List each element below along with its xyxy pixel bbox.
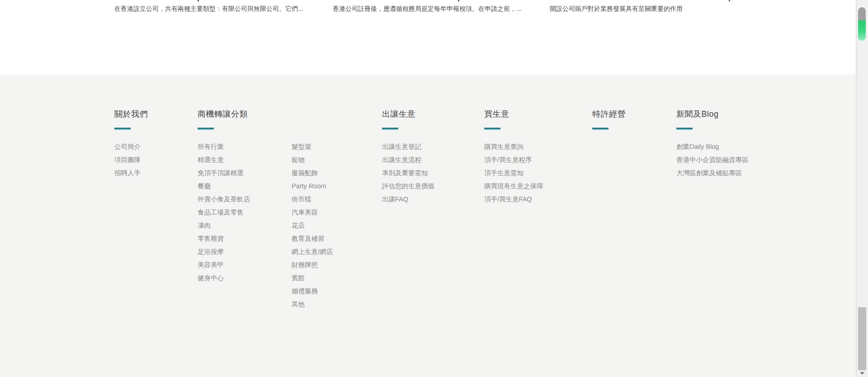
footer-link[interactable]: 公司簡介 [114,143,141,150]
footer-link-lists: 出讓生意登記出讓生意流程準則及重要需知評估您的生意價值出讓FAQ [382,129,476,206]
footer-link-lists: 創業Daily Blog香港中小企資助融資專區大灣區創業及補貼專區 [676,129,770,180]
footer-link-item: 外賣小食及茶飲店 [198,193,292,206]
footer-link[interactable]: 零售雜貨 [198,235,224,242]
footer-link-item: 食品工場及零售 [198,206,292,219]
footer-link-item: 零售雜貨 [198,232,292,245]
footer-link[interactable]: 凍肉 [198,222,211,229]
footer-link-item: 足浴按摩 [198,245,292,258]
footer-link-item: 街市檔 [292,193,386,206]
footer-link[interactable]: 頂手生意需知 [484,169,524,177]
site-footer: 關於我們公司簡介項目團隊招聘人手商機轉讓分類所有行業精選生意免頂手頂讓精選餐廳外… [0,74,856,377]
footer-link-item: 出讓生意登記 [382,140,476,153]
footer-link[interactable]: 評估您的生意價值 [382,182,434,190]
scrollbar-down-arrow-icon[interactable] [860,372,864,375]
footer-link[interactable]: 花店 [292,222,305,229]
footer-link-item: 創業Daily Blog [676,140,770,153]
heading-underline [592,128,609,129]
footer-link[interactable]: 外賣小食及茶飲店 [198,196,250,203]
footer-link-item: 項目團隊 [114,153,208,167]
footer-link[interactable]: 出讓生意流程 [382,156,421,163]
footer-link[interactable]: 服裝配飾 [292,169,318,177]
footer-link-item: 所有行業 [198,140,292,153]
footer-link[interactable]: 教育及補習 [292,235,325,242]
footer-link-item: 香港中小企資助融資專區 [676,153,770,167]
footer-link[interactable]: 健身中心 [198,274,224,282]
footer-link[interactable]: 頂手/買生意程序 [484,156,532,163]
footer-link[interactable]: 美容美甲 [198,261,224,268]
footer-column-buy-business: 買生意購買生意查詢頂手/買生意程序頂手生意需知購買現有生意之保障頂手/買生意FA… [484,108,578,206]
footer-link[interactable]: 其他 [292,301,305,308]
footer-column-categories: 商機轉讓分類所有行業精選生意免頂手頂讓精選餐廳外賣小食及茶飲店食品工場及零售凍肉… [198,108,386,311]
scrollbar-track [856,0,868,377]
scrollbar-thumb[interactable] [858,307,866,370]
footer-link[interactable]: 創業Daily Blog [676,143,719,150]
footer-link[interactable]: 汽車美容 [292,209,318,216]
footer-link-item: 美容美甲 [198,258,292,272]
footer-link[interactable]: 香港中小企資助融資專區 [676,156,749,163]
footer-link[interactable]: 頂手/買生意FAQ [484,196,532,203]
footer-link-item: Party Room [292,180,386,193]
footer-column-heading: 出讓生意 [382,108,476,120]
footer-link[interactable]: 招聘人手 [114,169,141,177]
footer-link-list: 出讓生意登記出讓生意流程準則及重要需知評估您的生意價值出讓FAQ [382,140,476,206]
footer-link-item: 教育及補習 [292,232,386,245]
footer-link-item: 出讓生意流程 [382,153,476,167]
footer-link-item: 汽車美容 [292,206,386,219]
footer-column-heading: 新聞及Blog [676,108,770,120]
footer-link-item: 大灣區創業及補貼專區 [676,167,770,180]
footer-inner: 關於我們公司簡介項目團隊招聘人手商機轉讓分類所有行業精選生意免頂手頂讓精選餐廳外… [114,74,747,377]
footer-link[interactable]: 購買生意查詢 [484,143,524,150]
footer-link[interactable]: 寵物 [292,156,305,163]
footer-link[interactable]: 項目團隊 [114,156,141,163]
footer-link[interactable]: 出讓生意登記 [382,143,421,150]
footer-link[interactable]: 購買現有生意之保障 [484,182,543,190]
footer-link[interactable]: 財務牌照 [292,261,318,268]
footer-link-item: 網上生意/網店 [292,245,386,258]
footer-link-item: 頂手生意需知 [484,167,578,180]
footer-link[interactable]: 足浴按摩 [198,248,224,255]
footer-column-heading: 關於我們 [114,108,208,120]
footer-link[interactable]: 賓館 [292,274,305,282]
footer-link-item: 免頂手頂讓精選 [198,167,292,180]
blog-card-excerpt: 在香港設立公司，共有兩種主要類型：有限公司與無限公司。它們... [114,4,303,14]
footer-link-item: 財務牌照 [292,258,386,272]
footer-link-list: 髮型屋寵物服裝配飾Party Room街市檔汽車美容花店教育及補習網上生意/網店… [292,140,386,311]
footer-link-item: 精選生意 [198,153,292,167]
footer-link[interactable]: 精選生意 [198,156,224,163]
footer-link-item: 髮型屋 [292,140,386,153]
footer-column-sell-business: 出讓生意出讓生意登記出讓生意流程準則及重要需知評估您的生意價值出讓FAQ [382,108,476,206]
footer-link[interactable]: 髮型屋 [292,143,311,150]
footer-link-item: 出讓FAQ [382,193,476,206]
footer-link-list: 所有行業精選生意免頂手頂讓精選餐廳外賣小食及茶飲店食品工場及零售凍肉零售雜貨足浴… [198,140,292,311]
blog-card-excerpt: 香港公司註冊後，應遵循稅務局規定每年申報稅項。在申請之前，... [333,4,522,14]
footer-link-item: 寵物 [292,153,386,167]
footer-link[interactable]: 食品工場及零售 [198,209,244,216]
footer-link-list: 創業Daily Blog香港中小企資助融資專區大灣區創業及補貼專區 [676,140,770,180]
footer-link[interactable]: 餐廳 [198,182,211,190]
footer-link[interactable]: 所有行業 [198,143,224,150]
footer-column-heading: 特許經營 [592,108,626,120]
footer-link-lists: 購買生意查詢頂手/買生意程序頂手生意需知購買現有生意之保障頂手/買生意FAQ [484,129,578,206]
footer-column-heading: 商機轉讓分類 [198,108,386,120]
content-top-strip: 在香港設立公司，共有兩種主要類型：有限公司與無限公司。它們... 香港公司註冊後… [0,0,856,74]
footer-link[interactable]: 大灣區創業及補貼專區 [676,169,742,177]
footer-link-item: 準則及重要需知 [382,167,476,180]
footer-link[interactable]: Party Room [292,182,326,190]
footer-link[interactable]: 婚禮服務 [292,287,318,295]
footer-link[interactable]: 免頂手頂讓精選 [198,169,244,177]
footer-link[interactable]: 網上生意/網店 [292,248,333,255]
footer-link-item: 服裝配飾 [292,167,386,180]
footer-link-list: 公司簡介項目團隊招聘人手 [114,140,208,180]
footer-link[interactable]: 準則及重要需知 [382,169,428,177]
scroll-progress-indicator[interactable] [858,7,866,41]
footer-link-item: 招聘人手 [114,167,208,180]
scroll-pill-gray-cap [858,7,866,20]
blog-card-excerpt: 開設公司賬戶對於業務發展具有至關重要的作用 [550,4,683,14]
footer-link-item: 健身中心 [198,272,292,285]
footer-link-list: 購買生意查詢頂手/買生意程序頂手生意需知購買現有生意之保障頂手/買生意FAQ [484,140,578,206]
footer-link[interactable]: 出讓FAQ [382,196,408,203]
footer-column-about: 關於我們公司簡介項目團隊招聘人手 [114,108,208,180]
footer-link-item: 頂手/買生意程序 [484,153,578,167]
footer-link[interactable]: 街市檔 [292,196,311,203]
footer-link-item: 賓館 [292,272,386,285]
